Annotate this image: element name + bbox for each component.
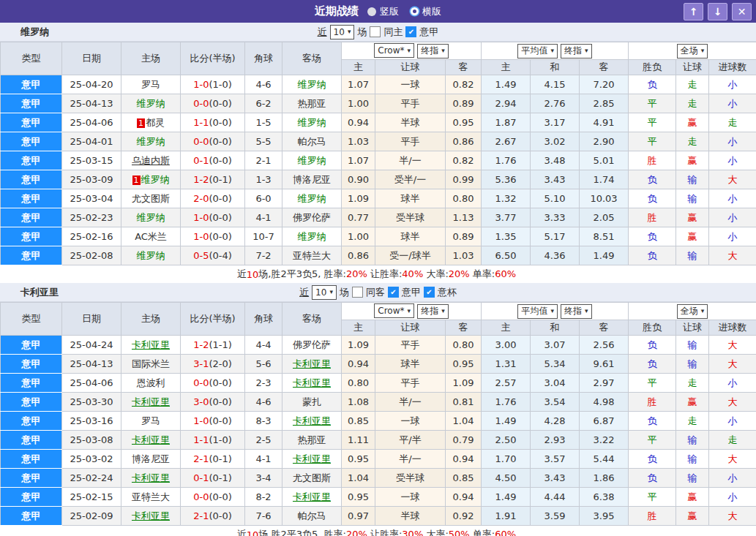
- league-checkbox[interactable]: ✔: [388, 287, 399, 298]
- date-cell: 25-02-15: [62, 488, 121, 507]
- recent-link[interactable]: 近: [299, 286, 309, 299]
- team-link[interactable]: 博洛尼亚: [132, 453, 170, 464]
- fulltime-select[interactable]: 全场▾: [677, 44, 708, 58]
- result-goals: 小: [709, 208, 756, 227]
- team-link[interactable]: 卡利亚里: [293, 377, 331, 388]
- team-link[interactable]: 维罗纳: [137, 136, 165, 147]
- crow-select-cell: Crow*▾ 终指▾: [342, 42, 482, 60]
- score-cell: 1-0(0-0): [181, 208, 245, 227]
- team-link[interactable]: AC米兰: [135, 231, 167, 242]
- team-link[interactable]: 尤文图斯: [293, 472, 331, 483]
- result-goals: 大: [709, 336, 756, 355]
- crow-away-odds: 0.95: [446, 113, 482, 132]
- halftime-score: (0-0): [209, 117, 231, 128]
- team-link[interactable]: 佛罗伦萨: [293, 212, 331, 223]
- crow-away-odds: 0.94: [446, 488, 482, 507]
- col-crow-home: 主: [342, 320, 375, 336]
- summary-stat-label: 胜率:: [324, 529, 346, 536]
- team-link[interactable]: 卡利亚里: [132, 510, 170, 521]
- team-link[interactable]: 维罗纳: [137, 250, 165, 261]
- fulltime-score: 0-0: [193, 491, 209, 502]
- crow-home-odds: 0.80: [342, 374, 375, 393]
- team-link[interactable]: 维罗纳: [298, 231, 326, 242]
- crow-handicap: 一球: [375, 412, 446, 431]
- fulltime-score: 1-0: [193, 415, 209, 426]
- team-link[interactable]: 蒙扎: [302, 396, 321, 407]
- recent-link[interactable]: 近: [318, 26, 327, 39]
- league-checkbox[interactable]: ✔: [405, 26, 416, 37]
- team-link[interactable]: 卡利亚里: [293, 491, 331, 502]
- team-link[interactable]: 维罗纳: [298, 193, 326, 204]
- vertical-layout-radio[interactable]: 竖版: [367, 5, 399, 18]
- match-row: 意甲25-03-04尤文图斯2-0(0-0)6-0维罗纳1.09球半0.801.…: [1, 189, 756, 208]
- team-link[interactable]: 罗马: [141, 79, 160, 90]
- team-link[interactable]: 博洛尼亚: [293, 174, 331, 185]
- average-select[interactable]: 平均值▾: [517, 304, 558, 319]
- team-link[interactable]: 卡利亚里: [293, 415, 331, 426]
- team-link[interactable]: 卡利亚里: [132, 434, 170, 445]
- summary-stat-value: 30%: [402, 529, 426, 536]
- team-link[interactable]: 维罗纳: [298, 117, 326, 128]
- team-link[interactable]: 维罗纳: [298, 155, 326, 166]
- close-button[interactable]: ✕: [732, 3, 752, 20]
- team-link[interactable]: 卡利亚里: [132, 472, 170, 483]
- team-link[interactable]: 亚特兰大: [132, 491, 170, 502]
- team-link[interactable]: 卡利亚里: [293, 358, 331, 369]
- result-handicap: 走: [676, 412, 709, 431]
- avg-draw-odds: 5.10: [531, 189, 580, 208]
- bookmaker-select[interactable]: Crow*▾: [374, 43, 414, 58]
- team-name-label: 卡利亚里: [20, 286, 59, 299]
- same-venue-checkbox[interactable]: [352, 287, 363, 298]
- team-link[interactable]: 亚特兰大: [293, 250, 331, 261]
- crow-stage-select[interactable]: 终指▾: [417, 304, 449, 319]
- team-link[interactable]: 帕尔马: [298, 510, 326, 521]
- team-link[interactable]: 维罗纳: [298, 79, 326, 90]
- result-outcome: 负: [629, 246, 676, 265]
- move-down-button[interactable]: ↓: [708, 3, 727, 20]
- team-link[interactable]: 维罗纳: [137, 98, 165, 109]
- match-row: 意甲25-04-061都灵1-1(0-0)1-5维罗纳0.94半球0.951.8…: [1, 113, 756, 132]
- team-link[interactable]: 尤文图斯: [132, 193, 170, 204]
- crow-stage-select[interactable]: 终指▾: [417, 44, 449, 58]
- average-select[interactable]: 平均值▾: [517, 44, 558, 58]
- away-team-cell: 维罗纳: [282, 75, 342, 94]
- team-link[interactable]: 热那亚: [298, 98, 326, 109]
- team-link[interactable]: 罗马: [141, 415, 160, 426]
- team-name-label: 维罗纳: [20, 26, 49, 39]
- match-count-select[interactable]: 10 ▾: [330, 25, 355, 39]
- team-link[interactable]: 佛罗伦萨: [293, 339, 331, 350]
- corner-cell: 4-4: [245, 336, 282, 355]
- match-count-select[interactable]: 10 ▾: [312, 285, 337, 300]
- team-link[interactable]: 恩波利: [137, 377, 165, 388]
- fulltime-score: 0-0: [193, 98, 209, 109]
- bookmaker-select[interactable]: Crow*▾: [374, 303, 414, 318]
- league-cell: 意甲: [1, 151, 62, 170]
- same-venue-checkbox[interactable]: [370, 26, 381, 37]
- radio-ring-icon: [411, 7, 419, 15]
- team-link[interactable]: 卡利亚里: [132, 339, 170, 350]
- horizontal-layout-radio[interactable]: 横版: [411, 5, 441, 18]
- summary-stat-label: 胜率:: [324, 268, 346, 279]
- fulltime-select[interactable]: 全场▾: [677, 304, 708, 319]
- team-link[interactable]: 帕尔马: [298, 136, 326, 147]
- team-link[interactable]: 卡利亚里: [293, 453, 331, 464]
- avg-stage-select[interactable]: 终指▾: [561, 304, 592, 319]
- result-outcome: 负: [629, 336, 676, 355]
- summary-stat-value: 20%: [346, 529, 370, 536]
- move-up-button[interactable]: ↑: [684, 3, 703, 20]
- team-link[interactable]: 国际米兰: [132, 358, 170, 369]
- avg-stage-select[interactable]: 终指▾: [561, 44, 592, 58]
- team-link[interactable]: 都灵: [146, 117, 165, 128]
- team-link[interactable]: 乌迪内斯: [132, 155, 170, 166]
- avg-draw-odds: 3.33: [531, 208, 580, 227]
- home-team-cell: 维罗纳: [121, 94, 181, 113]
- summary-stats: 胜率:20% 让胜率:40% 大率:20% 单率:60%: [324, 268, 520, 281]
- team-link[interactable]: 热那亚: [298, 434, 326, 445]
- halftime-score: (0-1): [209, 472, 231, 483]
- halftime-score: (0-0): [209, 193, 231, 204]
- team-link[interactable]: 维罗纳: [137, 212, 165, 223]
- chevron-down-icon: ▾: [550, 48, 554, 54]
- team-link[interactable]: 卡利亚里: [132, 396, 170, 407]
- team-link[interactable]: 维罗纳: [141, 174, 170, 185]
- league-checkbox[interactable]: ✔: [424, 287, 435, 298]
